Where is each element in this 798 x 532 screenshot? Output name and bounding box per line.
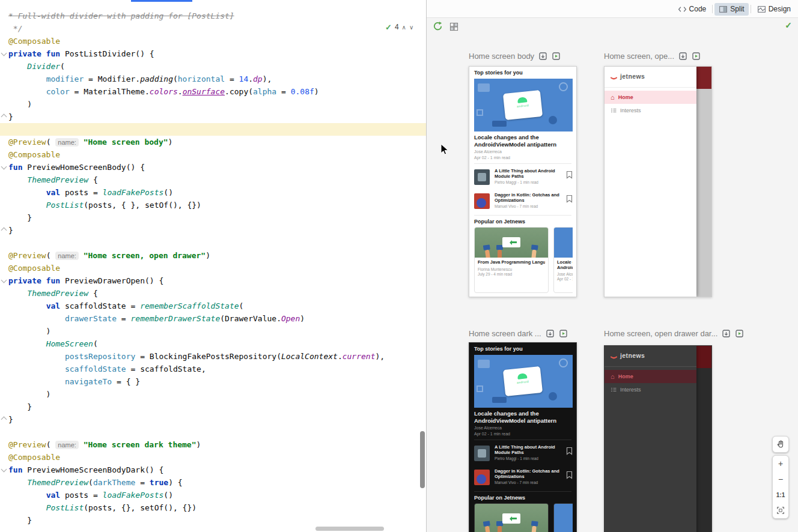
code-line[interactable]: PostList(posts, {}, setOf(), {})	[0, 501, 426, 514]
zoom-to-fit-button[interactable]	[773, 503, 788, 518]
preview-card-home-dark[interactable]: Top stories for you android Locale chang…	[469, 342, 577, 532]
post-author: Jose Alcerreca	[474, 150, 502, 154]
editor-horizontal-scrollbar[interactable]	[315, 527, 384, 531]
post-author: Jose Alcerreca	[474, 426, 502, 430]
code-line[interactable]: PostList(posts, { }, setOf(), {})	[0, 199, 426, 211]
code-line[interactable]: )	[0, 388, 426, 401]
code-line[interactable]: private fun PostListDivider() {	[0, 47, 426, 60]
preview-label: Home screen, ope...	[604, 52, 674, 61]
code-line[interactable]: )	[0, 325, 426, 337]
code-line[interactable]: @Preview( name: "Home screen, open drawe…	[0, 249, 426, 262]
preview-card-open-drawer-dark[interactable]: jetnews ⌂ Home Interests	[604, 345, 712, 532]
zoom-controls: + − 1:1	[772, 455, 789, 519]
popular-card: Locale changes and the AndroidViewModel …	[553, 227, 573, 293]
code-line[interactable]: * Full-width divider with padding for [P…	[0, 10, 426, 22]
preview-header-home-body: Home screen body	[469, 50, 561, 61]
deploy-preview-icon[interactable]	[546, 329, 555, 338]
deploy-preview-icon[interactable]	[722, 329, 731, 338]
prev-problem-icon[interactable]: ∧	[402, 24, 406, 31]
code-line[interactable]: */	[0, 22, 426, 35]
popular-card-illustration	[475, 504, 548, 532]
run-interactive-icon[interactable]	[552, 52, 561, 61]
code-line[interactable]: @Composable	[0, 262, 426, 274]
code-line[interactable]: ThemedPreview(darkTheme = true) {	[0, 476, 426, 489]
preview-card-open-drawer[interactable]: jetnews ⌂ Home Interests	[604, 66, 712, 297]
deploy-preview-icon[interactable]	[678, 52, 687, 61]
build-refresh-icon[interactable]	[433, 21, 443, 31]
mode-split-label: Split	[730, 5, 744, 13]
code-line[interactable]: val posts = loadFakePosts()	[0, 489, 426, 501]
hero-illustration: android	[474, 79, 573, 131]
preview-card-home-body[interactable]: Top stories for you android Locale chang…	[469, 66, 577, 297]
inspections-widget[interactable]: ✓ 4 ∧ ∨	[385, 22, 413, 32]
next-problem-icon[interactable]: ∨	[409, 24, 413, 31]
code-line[interactable]: @Composable	[0, 35, 426, 47]
code-line[interactable]: ThemedPreview {	[0, 287, 426, 300]
code-line[interactable]: )	[0, 98, 426, 110]
code-line[interactable]: @Composable	[0, 451, 426, 464]
code-line[interactable]: }	[0, 224, 426, 237]
post-list-item: A Little Thing about Android Module Path…	[474, 443, 573, 466]
zoom-out-button[interactable]: −	[773, 471, 788, 487]
code-line[interactable]: }	[0, 211, 426, 224]
code-line[interactable]: Divider(	[0, 60, 426, 73]
popular-card: Locale changes and the AndroidViewModel …	[553, 503, 573, 532]
zoom-in-button[interactable]: +	[773, 456, 788, 471]
compose-preview-pane: Code Split Design ✓ Home screen bod	[427, 0, 798, 532]
preview-label: Home screen dark ...	[469, 329, 541, 338]
code-line[interactable]: @Preview( name: "Home screen body")	[0, 136, 426, 148]
code-line[interactable]: }	[0, 401, 426, 413]
code-line[interactable]: private fun PreviewDrawerOpen() {	[0, 274, 426, 287]
view-mode-switcher: Code Split Design	[674, 2, 795, 16]
code-line[interactable]	[0, 426, 426, 438]
mode-design-button[interactable]: Design	[753, 3, 795, 16]
post-thumbnail	[474, 470, 490, 485]
preview-header-open-drawer-dark: Home screen, open drawer dar...	[604, 328, 744, 339]
zoom-actual-size-button[interactable]: 1:1	[773, 487, 788, 503]
post-meta: Apr 02 - 1 min read	[474, 432, 510, 436]
run-interactive-icon[interactable]	[692, 52, 701, 61]
mode-split-button[interactable]: Split	[714, 3, 748, 16]
jetnews-logo-icon	[611, 73, 617, 80]
code-line[interactable]	[0, 237, 426, 249]
code-line[interactable]: ThemedPreview {	[0, 174, 426, 186]
bookmark-icon	[566, 171, 573, 179]
popular-card-illustration	[554, 228, 573, 258]
post-list-item: Dagger in Kotlin: Gotchas and Optimizati…	[474, 467, 573, 490]
code-line[interactable]: color = MaterialTheme.colors.onSurface.c…	[0, 85, 426, 98]
drawer-item-interests: Interests	[605, 383, 696, 396]
code-line[interactable]: }	[0, 413, 426, 426]
post-list-item: A Little Thing about Android Module Path…	[474, 167, 573, 190]
run-interactive-icon[interactable]	[735, 329, 744, 338]
editor-vertical-scrollbar[interactable]	[420, 431, 425, 488]
code-line[interactable]: modifier = Modifier.padding(horizontal =…	[0, 73, 426, 85]
code-line[interactable]: @Preview( name: "Home screen dark theme"…	[0, 438, 426, 451]
code-area[interactable]: * Full-width divider with padding for [P…	[0, 10, 426, 527]
app-bar-strip	[695, 346, 711, 368]
code-line[interactable]: scaffoldState = scaffoldState,	[0, 363, 426, 375]
run-interactive-icon[interactable]	[559, 329, 568, 338]
code-line[interactable]: navigateTo = { }	[0, 375, 426, 388]
drawer-scrim	[695, 368, 711, 532]
code-line[interactable]: val scaffoldState = rememberScaffoldStat…	[0, 300, 426, 312]
code-line[interactable]: @Composable	[0, 148, 426, 161]
layout-options-icon[interactable]	[449, 22, 458, 31]
code-line[interactable]: postsRepository = BlockingFakePostsRepos…	[0, 350, 426, 363]
post-list-item: Dagger in Kotlin: Gotchas and Optimizati…	[474, 191, 573, 214]
code-line[interactable]: fun PreviewHomeScreenBody() {	[0, 161, 426, 174]
code-line[interactable]: drawerState = rememberDrawerState(Drawer…	[0, 312, 426, 325]
mode-code-button[interactable]: Code	[674, 3, 711, 16]
code-line[interactable]: fun PreviewHomeScreenBodyDark() {	[0, 464, 426, 476]
bookmark-icon	[566, 447, 573, 455]
pan-tool-button[interactable]	[772, 436, 789, 453]
code-line[interactable]: val posts = loadFakePosts()	[0, 186, 426, 199]
code-line[interactable]: }	[0, 110, 426, 123]
drawer-scrim	[695, 89, 711, 297]
interests-list-icon	[611, 107, 617, 113]
deploy-preview-icon[interactable]	[538, 52, 547, 61]
code-editor-pane[interactable]: * Full-width divider with padding for [P…	[0, 0, 427, 532]
code-line[interactable]: }	[0, 514, 426, 527]
preview-label: Home screen body	[469, 52, 534, 61]
code-line[interactable]	[0, 123, 426, 136]
code-line[interactable]: HomeScreen(	[0, 337, 426, 350]
